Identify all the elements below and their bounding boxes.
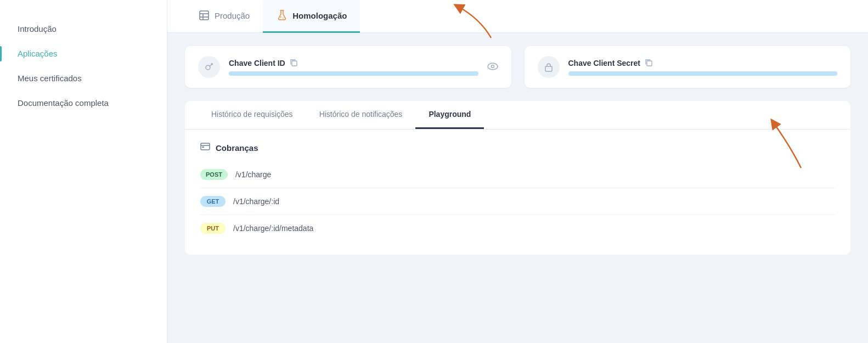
client-id-value-bar [229, 71, 478, 76]
client-secret-content: Chave Client Secret [568, 59, 838, 76]
tab-playground[interactable]: Playground [415, 101, 484, 129]
sidebar-item-introducao[interactable]: Introdução [0, 16, 167, 41]
svg-point-5 [283, 18, 284, 19]
api-path-post-charge: /v1/charge [235, 170, 271, 179]
client-secret-label: Chave Client Secret [568, 59, 641, 68]
key-icon [204, 62, 214, 72]
keys-row: Chave Client ID [185, 46, 850, 88]
sidebar: Introdução Aplicações Meus certificados … [0, 0, 167, 343]
svg-rect-10 [545, 66, 552, 71]
api-path-put-charge: /v1/charge/:id/metadata [233, 224, 313, 233]
client-id-content: Chave Client ID [229, 59, 478, 76]
svg-rect-0 [200, 11, 208, 20]
sidebar-item-aplicacoes[interactable]: Aplicações [0, 41, 167, 66]
svg-point-6 [206, 65, 210, 70]
svg-rect-14 [202, 147, 204, 148]
copy-client-id-icon[interactable] [290, 59, 297, 68]
client-secret-card: Chave Client Secret [525, 46, 851, 88]
card-icon [200, 143, 210, 153]
svg-rect-7 [292, 61, 297, 66]
eye-icon[interactable] [487, 61, 498, 73]
svg-point-9 [491, 65, 494, 68]
content-area: Chave Client ID [167, 33, 868, 343]
method-badge-put: PUT [200, 223, 226, 234]
main-content: Produção Homologação [167, 0, 868, 343]
client-secret-value-bar [568, 71, 838, 76]
api-item-post-charge[interactable]: POST /v1/charge [200, 161, 835, 188]
svg-point-8 [488, 63, 498, 70]
sidebar-item-meus-certificados[interactable]: Meus certificados [0, 66, 167, 91]
tab-homologacao[interactable]: Homologação [263, 0, 360, 33]
tab-homologacao-label: Homologação [292, 11, 347, 20]
table-icon [198, 9, 210, 21]
flask-icon [276, 9, 288, 21]
tab-producao-label: Produção [215, 11, 250, 20]
top-tabs: Produção Homologação [167, 0, 868, 33]
key-icon-wrap [198, 56, 220, 78]
api-path-get-charge: /v1/charge/:id [233, 197, 279, 206]
api-item-get-charge[interactable]: GET /v1/charge/:id [200, 188, 835, 215]
method-badge-get: GET [200, 196, 226, 207]
tab-producao[interactable]: Produção [185, 0, 263, 33]
lock-icon [544, 62, 554, 72]
sub-tabs: Histórico de requisições Histórico de no… [185, 101, 850, 130]
svg-rect-11 [647, 61, 652, 66]
client-id-label: Chave Client ID [229, 59, 285, 68]
section-title: Cobranças [200, 143, 835, 153]
svg-rect-12 [201, 143, 210, 150]
client-id-card: Chave Client ID [185, 46, 511, 88]
sidebar-item-documentacao-completa[interactable]: Documentação completa [0, 91, 167, 115]
copy-client-secret-icon[interactable] [645, 59, 652, 68]
lock-icon-wrap [538, 56, 560, 78]
svg-point-4 [280, 16, 281, 18]
method-badge-post: POST [200, 169, 228, 180]
tab-historico-notificacoes[interactable]: Histórico de notificações [306, 101, 416, 129]
api-section: Cobranças POST /v1/charge GET /v1/charge… [185, 130, 850, 255]
tab-historico-requisicoes[interactable]: Histórico de requisições [198, 101, 306, 129]
sub-section: Histórico de requisições Histórico de no… [185, 101, 850, 255]
api-item-put-charge[interactable]: PUT /v1/charge/:id/metadata [200, 215, 835, 241]
